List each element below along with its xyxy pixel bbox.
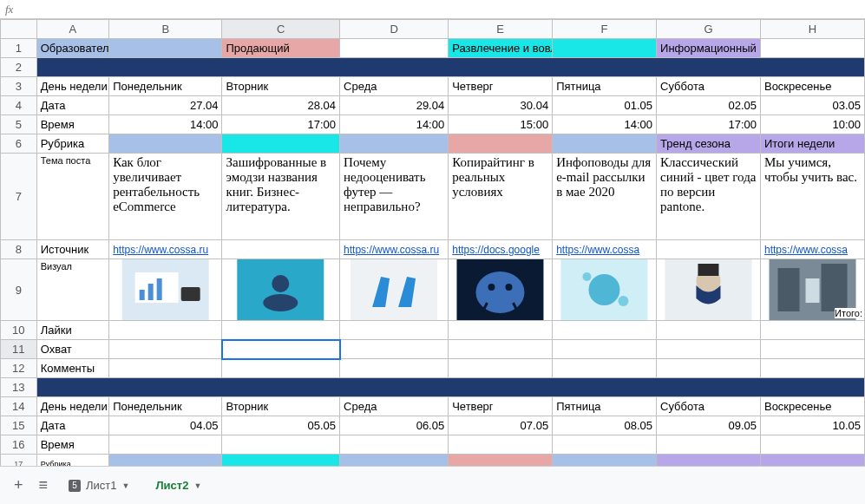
corner-cell[interactable] xyxy=(1,20,37,39)
col-A[interactable]: A xyxy=(36,20,108,39)
cell-E14[interactable]: Четверг xyxy=(449,397,553,416)
cell-E10[interactable] xyxy=(449,321,553,340)
cell-B16[interactable] xyxy=(109,435,222,455)
cell-C7[interactable]: Зашифрованные в эмодзи названия книг. Би… xyxy=(222,154,340,240)
cell-D7[interactable]: Почему недооценивать футер — неправильно… xyxy=(340,154,449,240)
add-sheet-button[interactable]: + xyxy=(9,476,29,494)
cell-F17[interactable] xyxy=(553,455,657,467)
cell-D15[interactable]: 06.05 xyxy=(340,416,449,435)
cell-H6[interactable]: Итоги недели xyxy=(760,134,864,154)
cell-darkbar-13[interactable] xyxy=(36,378,864,397)
cell-C6[interactable] xyxy=(222,134,340,154)
link-F8[interactable]: https://www.cossa xyxy=(556,244,639,256)
cell-A1[interactable]: Образовательный пост xyxy=(36,39,108,58)
cell-E15[interactable]: 07.05 xyxy=(449,416,553,435)
cell-E6[interactable] xyxy=(449,134,553,154)
rowhdr-2[interactable]: 2 xyxy=(1,58,37,77)
cell-G11[interactable] xyxy=(657,340,761,359)
cell-C4[interactable]: 28.04 xyxy=(222,96,340,115)
rowhdr-5[interactable]: 5 xyxy=(1,115,37,134)
cell-B9[interactable] xyxy=(109,259,222,321)
cell-B10[interactable] xyxy=(109,321,222,340)
cell-H17[interactable] xyxy=(760,455,864,467)
rowhdr-11[interactable]: 11 xyxy=(1,340,37,359)
cell-G9[interactable] xyxy=(657,259,761,321)
cell-B3[interactable]: Понедельник xyxy=(109,77,222,96)
cell-C14[interactable]: Вторник xyxy=(222,397,340,416)
cell-E5[interactable]: 15:00 xyxy=(449,115,553,134)
cell-F5[interactable]: 14:00 xyxy=(553,115,657,134)
cell-H11[interactable] xyxy=(760,340,864,359)
cell-E16[interactable] xyxy=(449,435,553,455)
col-H[interactable]: H xyxy=(760,20,864,39)
cell-G15[interactable]: 09.05 xyxy=(657,416,761,435)
rowhdr-16[interactable]: 16 xyxy=(1,435,37,455)
cell-H4[interactable]: 03.05 xyxy=(760,96,864,115)
cell-B7[interactable]: Как блог увеличивает рентабельность eCom… xyxy=(109,154,222,240)
cell-A11[interactable]: Охват xyxy=(36,340,108,359)
cell-G1[interactable]: Информационный xyxy=(657,39,761,58)
cell-F15[interactable]: 08.05 xyxy=(553,416,657,435)
cell-D17[interactable] xyxy=(340,455,449,467)
cell-C5[interactable]: 17:00 xyxy=(222,115,340,134)
cell-H9[interactable]: Итого: xyxy=(760,259,864,321)
cell-A14[interactable]: День недели xyxy=(36,397,108,416)
cell-E17[interactable] xyxy=(449,455,553,467)
rowhdr-12[interactable]: 12 xyxy=(1,359,37,378)
cell-H5[interactable]: 10:00 xyxy=(760,115,864,134)
cell-C16[interactable] xyxy=(222,435,340,455)
cell-G3[interactable]: Суббота xyxy=(657,77,761,96)
cell-G4[interactable]: 02.05 xyxy=(657,96,761,115)
cell-G5[interactable]: 17:00 xyxy=(657,115,761,134)
cell-D10[interactable] xyxy=(340,321,449,340)
cell-E9[interactable] xyxy=(449,259,553,321)
cell-H8[interactable]: https://www.cossa xyxy=(760,240,864,259)
rowhdr-7[interactable]: 7 xyxy=(1,154,37,240)
cell-A7[interactable]: Тема поста xyxy=(36,154,108,240)
cell-A8[interactable]: Источник xyxy=(36,240,108,259)
tab-sheet2[interactable]: Лист2 ▼ xyxy=(145,475,212,495)
rowhdr-8[interactable]: 8 xyxy=(1,240,37,259)
cell-E11[interactable] xyxy=(449,340,553,359)
rowhdr-15[interactable]: 15 xyxy=(1,416,37,435)
cell-B1[interactable] xyxy=(109,39,222,58)
cell-F7[interactable]: Инфоповоды для e-mail рассылки в мае 202… xyxy=(553,154,657,240)
cell-C17[interactable] xyxy=(222,455,340,467)
cell-D8[interactable]: https://www.cossa.ru xyxy=(340,240,449,259)
cell-G14[interactable]: Суббота xyxy=(657,397,761,416)
cell-E8[interactable]: https://docs.google xyxy=(449,240,553,259)
col-D[interactable]: D xyxy=(340,20,449,39)
link-H8[interactable]: https://www.cossa xyxy=(764,244,848,256)
cell-B6[interactable] xyxy=(109,134,222,154)
link-E8[interactable]: https://docs.google xyxy=(452,244,540,256)
cell-A9[interactable]: Визуал xyxy=(36,259,108,321)
cell-E12[interactable] xyxy=(449,359,553,378)
cell-B15[interactable]: 04.05 xyxy=(109,416,222,435)
rowhdr-3[interactable]: 3 xyxy=(1,77,37,96)
cell-C12[interactable] xyxy=(222,359,340,378)
cell-E1[interactable]: Развлечение и вовлечение xyxy=(449,39,553,58)
cell-D14[interactable]: Среда xyxy=(340,397,449,416)
cell-A6[interactable]: Рубрика xyxy=(36,134,108,154)
cell-F4[interactable]: 01.05 xyxy=(553,96,657,115)
cell-B12[interactable] xyxy=(109,359,222,378)
link-B8[interactable]: https://www.cossa.ru xyxy=(113,244,208,256)
rowhdr-10[interactable]: 10 xyxy=(1,321,37,340)
cell-F9[interactable] xyxy=(553,259,657,321)
cell-C11-selected[interactable] xyxy=(222,340,340,359)
cell-G10[interactable] xyxy=(657,321,761,340)
formula-bar[interactable]: fx xyxy=(0,0,865,19)
col-E[interactable]: E xyxy=(449,20,553,39)
cell-D6[interactable] xyxy=(340,134,449,154)
rowhdr-17[interactable]: 17 xyxy=(1,455,37,467)
cell-D11[interactable] xyxy=(340,340,449,359)
cell-F11[interactable] xyxy=(553,340,657,359)
cell-H14[interactable]: Воскресенье xyxy=(760,397,864,416)
cell-F16[interactable] xyxy=(553,435,657,455)
cell-A3[interactable]: День недели xyxy=(36,77,108,96)
cell-B8[interactable]: https://www.cossa.ru xyxy=(109,240,222,259)
cell-G12[interactable] xyxy=(657,359,761,378)
cell-H15[interactable]: 10.05 xyxy=(760,416,864,435)
cell-D4[interactable]: 29.04 xyxy=(340,96,449,115)
rowhdr-9[interactable]: 9 xyxy=(1,259,37,321)
